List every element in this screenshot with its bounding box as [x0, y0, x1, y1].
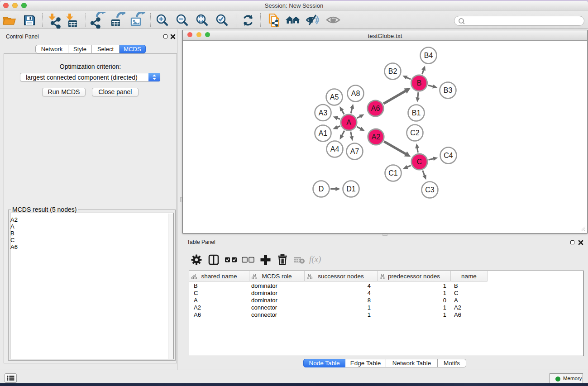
svg-text:B: B — [417, 79, 422, 87]
svg-text:B3: B3 — [444, 86, 453, 94]
svg-text:A: A — [346, 119, 351, 126]
svg-text:C: C — [417, 158, 422, 166]
svg-text:A4: A4 — [330, 145, 339, 153]
svg-text:A7: A7 — [350, 148, 359, 155]
svg-text:A6: A6 — [371, 105, 380, 112]
svg-text:C2: C2 — [410, 129, 420, 137]
svg-text:B2: B2 — [388, 67, 397, 75]
svg-text:C3: C3 — [425, 186, 435, 194]
svg-text:A3: A3 — [319, 109, 328, 117]
svg-text:C1: C1 — [388, 169, 398, 177]
svg-text:B1: B1 — [412, 109, 421, 117]
svg-text:A1: A1 — [319, 129, 328, 137]
svg-text:A2: A2 — [372, 133, 381, 141]
svg-text:D1: D1 — [346, 185, 356, 193]
svg-text:D: D — [319, 185, 324, 193]
svg-text:B4: B4 — [424, 52, 433, 59]
svg-text:A8: A8 — [351, 90, 360, 97]
svg-text:A5: A5 — [330, 93, 339, 101]
svg-text:C4: C4 — [444, 152, 453, 159]
